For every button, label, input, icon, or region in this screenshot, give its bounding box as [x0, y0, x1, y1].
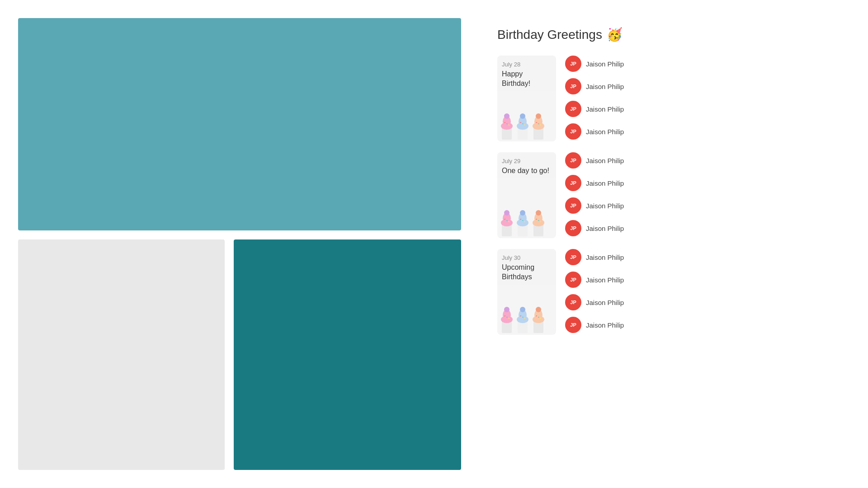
avatar: JP [565, 317, 581, 333]
top-banner [18, 18, 461, 230]
attendee-name: Jaison Philip [586, 179, 624, 187]
sidebar-title: Birthday Greetings 🥳 [497, 27, 850, 42]
attendee-row[interactable]: JPJaison Philip [565, 78, 624, 94]
attendee-row[interactable]: JPJaison Philip [565, 123, 624, 140]
attendee-row[interactable]: JPJaison Philip [565, 56, 624, 72]
card-date-july28: July 28 [502, 61, 552, 68]
main-area [0, 0, 479, 488]
attendee-row[interactable]: JPJaison Philip [565, 249, 624, 265]
avatar: JP [565, 249, 581, 265]
attendee-name: Jaison Philip [586, 253, 624, 261]
avatar: JP [565, 56, 581, 72]
attendee-name: Jaison Philip [586, 157, 624, 164]
avatar: JP [565, 123, 581, 140]
sidebar-title-text: Birthday Greetings [497, 28, 602, 42]
attendee-name: Jaison Philip [586, 60, 624, 68]
card-date-july29: July 29 [502, 158, 552, 164]
attendees-list-july30: JPJaison PhilipJPJaison PhilipJPJaison P… [565, 249, 624, 335]
svg-point-17 [536, 113, 541, 119]
card-message-july30: Upcoming Birthdays [502, 263, 552, 282]
avatar: JP [565, 101, 581, 117]
bottom-panels [18, 239, 461, 470]
birthday-section-july28: July 28Happy Birthday!JPJaison PhilipJPJ… [497, 56, 850, 141]
card-message-july29: One day to go! [502, 166, 552, 176]
attendee-row[interactable]: JPJaison Philip [565, 220, 624, 236]
attendee-name: Jaison Philip [586, 83, 624, 90]
birthday-section-july29: July 29One day to go!JPJaison PhilipJPJa… [497, 152, 850, 238]
cupcake-image-july29 [497, 178, 556, 238]
birthday-emoji: 🥳 [607, 27, 623, 42]
attendee-row[interactable]: JPJaison Philip [565, 317, 624, 333]
attendee-row[interactable]: JPJaison Philip [565, 197, 624, 214]
birthday-card-july28[interactable]: July 28Happy Birthday! [497, 56, 556, 141]
avatar: JP [565, 152, 581, 169]
attendee-name: Jaison Philip [586, 225, 624, 232]
birthday-sections: July 28Happy Birthday!JPJaison PhilipJPJ… [497, 56, 850, 346]
attendee-name: Jaison Philip [586, 128, 624, 136]
attendee-name: Jaison Philip [586, 276, 624, 284]
birthday-section-july30: July 30Upcoming BirthdaysJPJaison Philip… [497, 249, 850, 335]
attendees-list-july28: JPJaison PhilipJPJaison PhilipJPJaison P… [565, 56, 624, 141]
svg-point-24 [504, 210, 509, 216]
attendee-name: Jaison Philip [586, 202, 624, 210]
birthday-card-july30[interactable]: July 30Upcoming Birthdays [497, 249, 556, 335]
svg-point-10 [520, 113, 525, 119]
avatar: JP [565, 175, 581, 191]
attendee-row[interactable]: JPJaison Philip [565, 175, 624, 191]
attendee-name: Jaison Philip [586, 299, 624, 306]
svg-point-3 [504, 113, 509, 119]
cupcake-image-july28 [497, 91, 556, 141]
avatar: JP [565, 197, 581, 214]
card-message-july28: Happy Birthday! [502, 70, 552, 89]
svg-point-45 [504, 307, 509, 312]
birthday-sidebar: Birthday Greetings 🥳 July 28Happy Birthd… [479, 0, 868, 488]
attendee-name: Jaison Philip [586, 105, 624, 113]
birthday-card-july29[interactable]: July 29One day to go! [497, 152, 556, 238]
attendees-list-july29: JPJaison PhilipJPJaison PhilipJPJaison P… [565, 152, 624, 238]
card-date-july30: July 30 [502, 254, 552, 261]
svg-point-59 [536, 307, 541, 312]
avatar: JP [565, 294, 581, 310]
attendee-name: Jaison Philip [586, 321, 624, 329]
bottom-left-panel [18, 239, 225, 470]
attendee-row[interactable]: JPJaison Philip [565, 152, 624, 169]
avatar: JP [565, 220, 581, 236]
svg-point-31 [520, 210, 525, 216]
attendee-row[interactable]: JPJaison Philip [565, 294, 624, 310]
avatar: JP [565, 272, 581, 288]
cupcake-image-july30 [497, 285, 556, 335]
avatar: JP [565, 78, 581, 94]
attendee-row[interactable]: JPJaison Philip [565, 101, 624, 117]
svg-point-38 [536, 210, 541, 216]
bottom-right-panel [234, 239, 461, 470]
svg-point-52 [520, 307, 525, 312]
attendee-row[interactable]: JPJaison Philip [565, 272, 624, 288]
